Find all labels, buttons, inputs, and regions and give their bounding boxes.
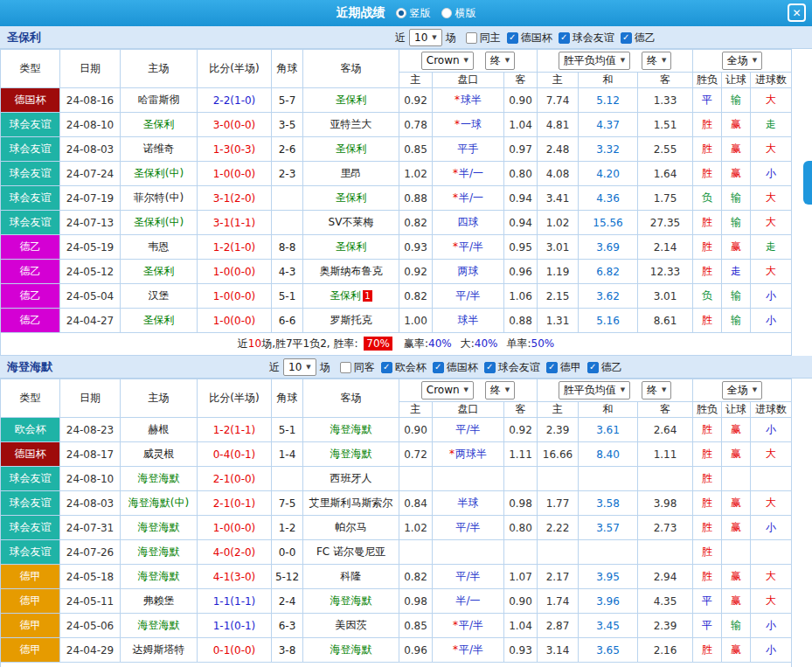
handicap-home-odds [399, 467, 433, 491]
checkbox-checked-icon[interactable]: ✓ [484, 362, 496, 373]
away-team-name[interactable]: 科隆 [341, 570, 362, 582]
away-team-name[interactable]: 海登海默 [330, 423, 372, 435]
home-team-name[interactable]: 圣保利(中) [121, 211, 198, 235]
home-team-name[interactable]: 海登海默 [121, 467, 198, 491]
handicap-line [433, 467, 504, 491]
filter-checkbox[interactable]: 同主 [466, 31, 501, 45]
checkbox-unchecked-icon[interactable] [340, 362, 351, 373]
checkbox-checked-icon[interactable]: ✓ [559, 32, 570, 44]
handicap-text: 平/半 [455, 570, 480, 582]
home-team-name[interactable]: 诺维奇 [121, 137, 198, 162]
side-panel-handle[interactable] [803, 161, 812, 205]
filter-checkbox[interactable]: ✓德甲 [546, 360, 581, 375]
away-team-name[interactable]: 罗斯托克 [330, 314, 372, 326]
scope-select[interactable]: 全场▼ [722, 381, 762, 399]
filter-checkbox[interactable]: ✓德乙 [587, 360, 622, 375]
filter-checkbox[interactable]: ✓德国杯 [507, 31, 552, 45]
odds-stage-select[interactable]: 终▼ [485, 381, 515, 399]
away-team-name[interactable]: SV不莱梅 [329, 216, 374, 228]
home-team-name[interactable]: 海登海默(中) [121, 491, 198, 516]
away-team-name[interactable]: 帕尔马 [336, 521, 367, 533]
home-team-name[interactable]: 海登海默 [121, 540, 198, 565]
home-team-name[interactable]: 赫根 [121, 418, 198, 442]
average-odds-select[interactable]: 胜平负均值▼ [559, 381, 630, 399]
result-handicap: 赢 [722, 162, 751, 186]
away-team-name[interactable]: 圣保利 [336, 142, 367, 155]
away-team-name[interactable]: 海登海默 [330, 643, 372, 656]
away-team-name[interactable]: 圣保利 [330, 289, 361, 302]
average-odds-select[interactable]: 胜平负均值▼ [559, 52, 630, 69]
col-odds-home: 主 [399, 73, 433, 88]
checkbox-checked-icon[interactable]: ✓ [381, 362, 392, 373]
average-stage-select[interactable]: 终▼ [642, 381, 671, 399]
away-team-name[interactable]: 圣保利 [336, 240, 367, 253]
corner-count: 2-3 [272, 162, 303, 186]
checkbox-checked-icon[interactable]: ✓ [621, 32, 632, 44]
layout-radio-horizontal[interactable]: 横版 [441, 6, 476, 21]
handicap-home-odds: 0.85 [399, 614, 433, 638]
select-value: 全场 [727, 54, 748, 66]
home-team-name[interactable]: 圣保利 [121, 260, 198, 284]
corner-count: 5-1 [272, 284, 303, 309]
home-team-name[interactable]: 圣保利 [121, 113, 198, 137]
filter-checkbox[interactable]: ✓德国杯 [433, 360, 478, 375]
recent-count-select[interactable]: 10▼ [283, 358, 316, 376]
avg-home-odds: 1.77 [538, 491, 579, 516]
corner-count: 8-8 [272, 235, 303, 260]
away-team-name[interactable]: FC 诺尔曼尼亚 [316, 545, 385, 558]
filter-checkbox[interactable]: ✓球会友谊 [484, 360, 540, 375]
corner-count: 1-2 [272, 516, 303, 540]
home-team-name[interactable]: 韦恩 [121, 235, 198, 260]
home-team-name[interactable]: 海登海默 [121, 516, 198, 540]
match-row: 球会友谊 24-07-13 圣保利(中) 3-1(1-1) SV不莱梅 0.82… [1, 211, 792, 235]
average-stage-select[interactable]: 终▼ [642, 52, 671, 69]
filter-checkbox[interactable]: ✓球会友谊 [559, 31, 614, 45]
home-team-name[interactable]: 圣保利(中) [121, 162, 198, 186]
result-over-under: 大 [751, 442, 792, 467]
radio-selected-icon[interactable] [396, 8, 406, 18]
close-button[interactable]: ✕ [788, 3, 806, 22]
filter-checkbox[interactable]: ✓欧会杯 [381, 360, 427, 375]
home-team-name[interactable]: 菲尔特(中) [121, 186, 198, 211]
checkbox-checked-icon[interactable]: ✓ [587, 362, 599, 373]
col-score: 比分(半场) [198, 50, 272, 88]
result-win-draw-loss: 胜 [693, 235, 722, 260]
away-team-name[interactable]: 艾里斯利马斯索尔 [309, 497, 393, 509]
home-team-name[interactable]: 海登海默 [121, 565, 198, 589]
away-team-name[interactable]: 西班牙人 [330, 472, 372, 484]
home-team-name[interactable]: 达姆斯塔特 [121, 638, 198, 663]
away-team-name[interactable]: 里昂 [341, 167, 362, 179]
away-team-name[interactable]: 美因茨 [336, 619, 367, 631]
home-team-name[interactable]: 圣保利 [121, 309, 198, 333]
away-team-name[interactable]: 圣保利 [336, 94, 367, 106]
checkbox-checked-icon[interactable]: ✓ [433, 362, 444, 373]
scope-select[interactable]: 全场▼ [722, 52, 762, 69]
away-team-name[interactable]: 亚特兰大 [330, 118, 372, 130]
score-text: 1-0(0-0) [213, 522, 256, 534]
recent-count-select[interactable]: 10▼ [409, 29, 442, 46]
layout-radio-vertical[interactable]: 竖版 [396, 6, 431, 21]
away-team-name[interactable]: 奥斯纳布鲁克 [320, 265, 383, 277]
home-team-name[interactable]: 汉堡 [121, 284, 198, 309]
radio-unselected-icon[interactable] [441, 8, 452, 18]
match-row: 球会友谊 24-07-26 海登海默 4-0(2-0) 0-0 FC 诺尔曼尼亚… [1, 540, 792, 565]
bookmaker-select[interactable]: Crown▼ [421, 52, 474, 69]
filter-checkbox[interactable]: ✓德乙 [621, 31, 656, 45]
filter-checkbox[interactable]: 同客 [340, 360, 375, 375]
result-win-draw-loss: 胜 [693, 137, 722, 162]
summary-row-clipped [1, 663, 792, 667]
bookmaker-select[interactable]: Crown▼ [421, 381, 474, 399]
home-team-name[interactable]: 威灵根 [121, 442, 198, 467]
away-team-name[interactable]: 海登海默 [330, 594, 372, 607]
col-odds-away: 客 [504, 402, 538, 418]
home-team-name[interactable]: 海登海默 [121, 614, 198, 638]
odds-stage-select[interactable]: 终▼ [485, 52, 515, 69]
checkbox-unchecked-icon[interactable] [466, 32, 477, 44]
away-team-name[interactable]: 圣保利 [336, 191, 367, 204]
checkbox-checked-icon[interactable]: ✓ [546, 362, 558, 373]
home-team-name[interactable]: 弗赖堡 [121, 589, 198, 614]
away-team-name[interactable]: 海登海默 [330, 448, 372, 460]
handicap-home-odds: 0.92 [399, 88, 433, 113]
checkbox-checked-icon[interactable]: ✓ [507, 32, 518, 44]
home-team-name[interactable]: 哈雷斯彻 [121, 88, 198, 113]
